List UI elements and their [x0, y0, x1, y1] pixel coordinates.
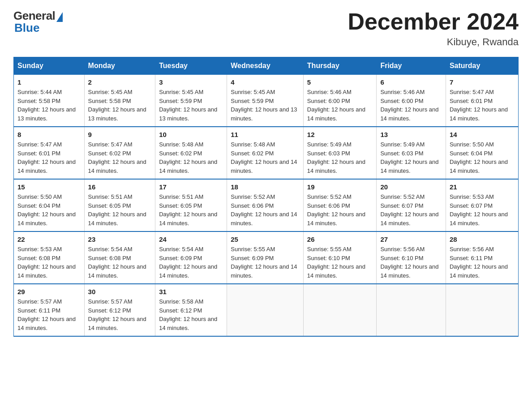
table-row: 21Sunrise: 5:53 AMSunset: 6:07 PMDayligh… [446, 179, 518, 231]
table-row: 22Sunrise: 5:53 AMSunset: 6:08 PMDayligh… [14, 231, 85, 284]
day-number: 27 [380, 235, 442, 243]
table-row: 25Sunrise: 5:55 AMSunset: 6:09 PMDayligh… [227, 231, 304, 284]
day-number: 24 [159, 235, 223, 243]
day-number: 6 [380, 78, 442, 86]
day-info: Sunrise: 5:45 AMSunset: 5:58 PMDaylight:… [88, 88, 152, 123]
table-row: 9Sunrise: 5:47 AMSunset: 6:02 PMDaylight… [84, 127, 155, 179]
table-row: 14Sunrise: 5:50 AMSunset: 6:04 PMDayligh… [446, 127, 518, 179]
day-number: 1 [17, 78, 81, 86]
day-number: 2 [88, 78, 152, 86]
table-row: 28Sunrise: 5:56 AMSunset: 6:11 PMDayligh… [446, 231, 518, 284]
header-tuesday: Tuesday [155, 57, 227, 75]
table-row [446, 284, 518, 336]
calendar-week-row: 29Sunrise: 5:57 AMSunset: 6:11 PMDayligh… [14, 284, 519, 336]
day-number: 19 [307, 183, 373, 191]
day-info: Sunrise: 5:57 AMSunset: 6:12 PMDaylight:… [88, 297, 152, 332]
table-row: 1Sunrise: 5:44 AMSunset: 5:58 PMDaylight… [14, 75, 85, 127]
calendar-week-row: 15Sunrise: 5:50 AMSunset: 6:04 PMDayligh… [14, 179, 519, 231]
day-info: Sunrise: 5:50 AMSunset: 6:04 PMDaylight:… [450, 140, 515, 175]
table-row: 2Sunrise: 5:45 AMSunset: 5:58 PMDaylight… [84, 75, 155, 127]
table-row: 31Sunrise: 5:58 AMSunset: 6:12 PMDayligh… [155, 284, 227, 336]
logo-blue-text: Blue [14, 21, 39, 35]
table-row: 24Sunrise: 5:54 AMSunset: 6:09 PMDayligh… [155, 231, 227, 284]
day-info: Sunrise: 5:54 AMSunset: 6:08 PMDaylight:… [88, 245, 152, 280]
day-number: 28 [450, 235, 515, 243]
day-info: Sunrise: 5:49 AMSunset: 6:03 PMDaylight:… [307, 140, 373, 175]
table-row: 15Sunrise: 5:50 AMSunset: 6:04 PMDayligh… [14, 179, 85, 231]
day-info: Sunrise: 5:53 AMSunset: 6:08 PMDaylight:… [17, 245, 81, 280]
day-number: 12 [307, 131, 373, 138]
day-number: 5 [307, 78, 373, 86]
logo: General Blue [13, 9, 63, 35]
day-info: Sunrise: 5:53 AMSunset: 6:07 PMDaylight:… [450, 193, 515, 227]
location-label: Kibuye, Rwanda [348, 36, 519, 48]
header-friday: Friday [377, 57, 446, 75]
calendar-header-row: Sunday Monday Tuesday Wednesday Thursday… [14, 57, 519, 75]
calendar-week-row: 8Sunrise: 5:47 AMSunset: 6:01 PMDaylight… [14, 127, 519, 179]
day-info: Sunrise: 5:44 AMSunset: 5:58 PMDaylight:… [17, 88, 81, 123]
day-info: Sunrise: 5:46 AMSunset: 6:00 PMDaylight:… [380, 88, 442, 123]
header-monday: Monday [84, 57, 155, 75]
table-row: 4Sunrise: 5:45 AMSunset: 5:59 PMDaylight… [227, 75, 304, 127]
day-info: Sunrise: 5:52 AMSunset: 6:06 PMDaylight:… [231, 193, 300, 227]
day-number: 4 [231, 78, 300, 86]
header-thursday: Thursday [303, 57, 377, 75]
day-info: Sunrise: 5:46 AMSunset: 6:00 PMDaylight:… [307, 88, 373, 123]
table-row: 17Sunrise: 5:51 AMSunset: 6:05 PMDayligh… [155, 179, 227, 231]
table-row: 6Sunrise: 5:46 AMSunset: 6:00 PMDaylight… [377, 75, 446, 127]
day-number: 13 [380, 131, 442, 138]
table-row: 30Sunrise: 5:57 AMSunset: 6:12 PMDayligh… [84, 284, 155, 336]
day-info: Sunrise: 5:55 AMSunset: 6:09 PMDaylight:… [231, 245, 300, 280]
calendar-week-row: 1Sunrise: 5:44 AMSunset: 5:58 PMDaylight… [14, 75, 519, 127]
day-number: 17 [159, 183, 223, 191]
day-info: Sunrise: 5:56 AMSunset: 6:10 PMDaylight:… [380, 245, 442, 280]
day-info: Sunrise: 5:45 AMSunset: 5:59 PMDaylight:… [159, 88, 223, 123]
header-saturday: Saturday [446, 57, 518, 75]
day-number: 10 [159, 131, 223, 138]
logo-triangle-icon [56, 12, 63, 22]
day-info: Sunrise: 5:54 AMSunset: 6:09 PMDaylight:… [159, 245, 223, 280]
day-number: 11 [231, 131, 300, 138]
month-title: December 2024 [348, 9, 519, 34]
calendar-table: Sunday Monday Tuesday Wednesday Thursday… [13, 57, 519, 337]
day-number: 30 [88, 288, 152, 295]
table-row: 29Sunrise: 5:57 AMSunset: 6:11 PMDayligh… [14, 284, 85, 336]
day-number: 23 [88, 235, 152, 243]
table-row: 16Sunrise: 5:51 AMSunset: 6:05 PMDayligh… [84, 179, 155, 231]
day-number: 21 [450, 183, 515, 191]
table-row: 13Sunrise: 5:49 AMSunset: 6:03 PMDayligh… [377, 127, 446, 179]
day-number: 9 [88, 131, 152, 138]
day-info: Sunrise: 5:57 AMSunset: 6:11 PMDaylight:… [17, 297, 81, 332]
calendar-week-row: 22Sunrise: 5:53 AMSunset: 6:08 PMDayligh… [14, 231, 519, 284]
day-number: 22 [17, 235, 81, 243]
header-wednesday: Wednesday [227, 57, 304, 75]
day-number: 3 [159, 78, 223, 86]
table-row: 11Sunrise: 5:48 AMSunset: 6:02 PMDayligh… [227, 127, 304, 179]
table-row: 10Sunrise: 5:48 AMSunset: 6:02 PMDayligh… [155, 127, 227, 179]
day-number: 29 [17, 288, 81, 295]
day-info: Sunrise: 5:49 AMSunset: 6:03 PMDaylight:… [380, 140, 442, 175]
day-number: 18 [231, 183, 300, 191]
day-number: 26 [307, 235, 373, 243]
table-row: 20Sunrise: 5:52 AMSunset: 6:07 PMDayligh… [377, 179, 446, 231]
day-info: Sunrise: 5:47 AMSunset: 6:01 PMDaylight:… [450, 88, 515, 123]
table-row: 3Sunrise: 5:45 AMSunset: 5:59 PMDaylight… [155, 75, 227, 127]
day-info: Sunrise: 5:52 AMSunset: 6:06 PMDaylight:… [307, 193, 373, 227]
day-info: Sunrise: 5:45 AMSunset: 5:59 PMDaylight:… [231, 88, 300, 123]
day-info: Sunrise: 5:52 AMSunset: 6:07 PMDaylight:… [380, 193, 442, 227]
day-number: 31 [159, 288, 223, 295]
day-info: Sunrise: 5:50 AMSunset: 6:04 PMDaylight:… [17, 193, 81, 227]
table-row: 12Sunrise: 5:49 AMSunset: 6:03 PMDayligh… [303, 127, 377, 179]
header-sunday: Sunday [14, 57, 85, 75]
day-info: Sunrise: 5:48 AMSunset: 6:02 PMDaylight:… [231, 140, 300, 175]
day-number: 14 [450, 131, 515, 138]
table-row: 19Sunrise: 5:52 AMSunset: 6:06 PMDayligh… [303, 179, 377, 231]
day-info: Sunrise: 5:47 AMSunset: 6:02 PMDaylight:… [88, 140, 152, 175]
table-row [227, 284, 304, 336]
table-row: 7Sunrise: 5:47 AMSunset: 6:01 PMDaylight… [446, 75, 518, 127]
day-info: Sunrise: 5:58 AMSunset: 6:12 PMDaylight:… [159, 297, 223, 332]
table-row: 8Sunrise: 5:47 AMSunset: 6:01 PMDaylight… [14, 127, 85, 179]
table-row: 5Sunrise: 5:46 AMSunset: 6:00 PMDaylight… [303, 75, 377, 127]
day-info: Sunrise: 5:56 AMSunset: 6:11 PMDaylight:… [450, 245, 515, 280]
day-number: 7 [450, 78, 515, 86]
